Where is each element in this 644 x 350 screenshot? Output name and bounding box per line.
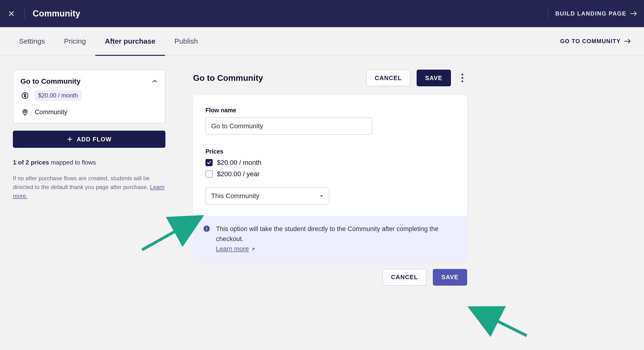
sidebar: Go to Community $20.00 / month Community	[13, 70, 166, 200]
go-to-community-label: GO TO COMMUNITY	[560, 38, 621, 44]
info-learn-more-link[interactable]: Learn more	[216, 244, 256, 254]
price-option-1-label: $20.00 / month	[217, 159, 262, 166]
annotation-arrow-save	[467, 305, 529, 338]
chevron-up-icon	[152, 78, 158, 84]
info-learn-more-label: Learn more	[216, 244, 249, 254]
add-flow-button[interactable]: ADD FLOW	[13, 131, 166, 148]
tab-label: After purchase	[105, 37, 156, 45]
editor-card: Flow name Prices $20.00 / month $200.00 …	[193, 95, 467, 262]
build-landing-page-link[interactable]: BUILD LANDING PAGE	[555, 10, 637, 17]
info-banner: i This option will take the student dire…	[193, 216, 467, 262]
arrow-right-icon	[630, 11, 637, 16]
tab-after-purchase[interactable]: After purchase	[95, 27, 165, 55]
flow-step-destination: Community	[22, 108, 158, 116]
flow-steps: $20.00 / month Community	[22, 90, 158, 116]
caret-down-icon	[320, 194, 324, 198]
cancel-label: CANCEL	[375, 75, 402, 82]
checkbox-checked-icon	[206, 159, 212, 166]
help-text-body: If no after purchase flows are created, …	[13, 175, 150, 190]
prices-label: Prices	[206, 148, 455, 155]
destination-select-value: This Community	[211, 192, 259, 200]
tab-pricing[interactable]: Pricing	[54, 27, 95, 55]
price-option-1[interactable]: $20.00 / month	[206, 159, 455, 166]
price-option-2-label: $200.00 / year	[217, 170, 260, 178]
more-options-button[interactable]	[458, 70, 467, 86]
arrow-right-icon	[624, 38, 631, 44]
info-icon: i	[204, 226, 210, 232]
save-label: SAVE	[425, 75, 442, 82]
editor-card-body: Flow name Prices $20.00 / month $200.00 …	[193, 95, 467, 216]
prices-field: Prices $20.00 / month $200.00 / year	[206, 148, 455, 178]
divider	[24, 8, 24, 19]
cancel-button[interactable]: CANCEL	[366, 70, 410, 86]
editor: Go to Community CANCEL SAVE Flow name Pr…	[193, 70, 467, 286]
help-text: If no after purchase flows are created, …	[13, 174, 166, 200]
save-button[interactable]: SAVE	[416, 70, 451, 86]
page-title: Community	[33, 8, 80, 18]
close-icon	[8, 10, 15, 17]
external-link-icon	[251, 247, 256, 252]
bottom-actions: CANCEL SAVE	[193, 269, 467, 286]
add-flow-label: ADD FLOW	[77, 136, 112, 143]
build-landing-page-label: BUILD LANDING PAGE	[555, 10, 626, 17]
save-button-bottom[interactable]: SAVE	[433, 269, 467, 286]
flow-step-destination-label: Community	[35, 108, 68, 116]
flow-name-input[interactable]	[206, 118, 372, 135]
flow-step-price: $20.00 / month	[22, 90, 158, 101]
flow-card-header[interactable]: Go to Community	[20, 77, 158, 85]
tab-bar: Settings Pricing After purchase Publish …	[0, 27, 644, 56]
editor-heading: Go to Community	[193, 73, 366, 83]
top-bar: Community BUILD LANDING PAGE	[0, 0, 644, 27]
svg-point-2	[462, 74, 463, 75]
cancel-label: CANCEL	[391, 274, 418, 280]
destination-select[interactable]: This Community	[206, 188, 330, 204]
tab-settings[interactable]: Settings	[10, 27, 54, 55]
svg-point-4	[462, 80, 463, 82]
price-option-2[interactable]: $200.00 / year	[206, 170, 455, 178]
mapped-prices-text: 1 of 2 prices mapped to flows	[13, 159, 166, 166]
close-button[interactable]	[7, 9, 16, 18]
tab-label: Publish	[174, 37, 198, 45]
go-to-community-link[interactable]: GO TO COMMUNITY	[560, 27, 634, 55]
save-label: SAVE	[442, 274, 458, 280]
info-text-body: This option will take the student direct…	[216, 225, 438, 242]
main-content: Go to Community $20.00 / month Community	[0, 56, 644, 300]
plus-icon	[67, 136, 73, 142]
checkbox-unchecked-icon	[206, 170, 212, 178]
info-text: This option will take the student direct…	[216, 224, 457, 254]
svg-line-6	[470, 308, 527, 336]
flow-card-title: Go to Community	[20, 77, 80, 85]
cancel-button-bottom[interactable]: CANCEL	[382, 269, 427, 286]
flow-connector	[26, 103, 26, 106]
flow-card: Go to Community $20.00 / month Community	[13, 70, 166, 124]
mapped-prices-bold: 1 of 2 prices	[13, 159, 49, 166]
divider	[548, 8, 548, 19]
flow-name-field: Flow name	[206, 107, 455, 135]
flow-step-price-badge: $20.00 / month	[35, 90, 81, 101]
svg-point-1	[24, 111, 26, 112]
editor-header: Go to Community CANCEL SAVE	[193, 70, 467, 86]
tab-label: Pricing	[64, 37, 86, 45]
tab-publish[interactable]: Publish	[165, 27, 207, 55]
location-icon	[22, 109, 28, 116]
dollar-icon	[22, 92, 28, 99]
kebab-icon	[461, 74, 464, 82]
mapped-prices-tail: mapped to flows	[49, 159, 96, 166]
svg-point-3	[462, 77, 463, 79]
flow-name-label: Flow name	[206, 107, 455, 114]
tab-label: Settings	[19, 37, 45, 45]
